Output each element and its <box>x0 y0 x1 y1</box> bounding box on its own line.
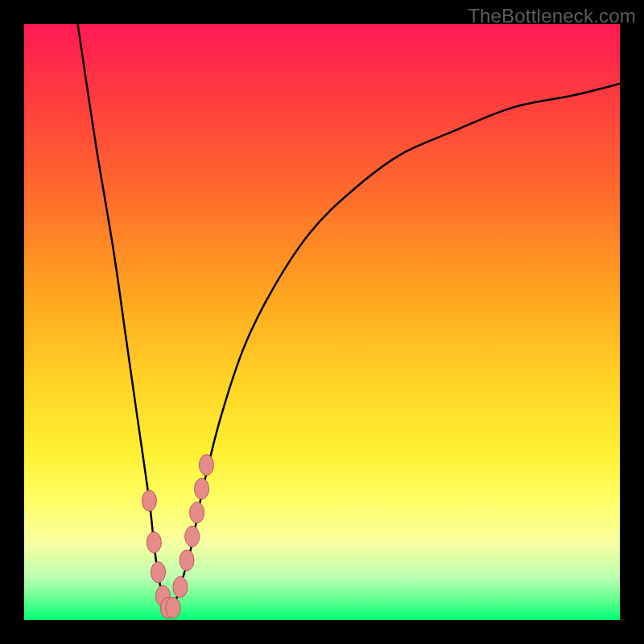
plot-area <box>24 24 620 620</box>
curve-marker <box>173 576 188 597</box>
marker-group <box>142 455 213 619</box>
watermark-text: TheBottleneck.com <box>468 5 636 27</box>
curve-marker <box>180 550 194 571</box>
curve-marker <box>195 478 209 499</box>
curve-marker <box>151 562 166 583</box>
bottleneck-curve <box>78 24 620 610</box>
chart-svg <box>24 24 620 620</box>
curve-marker <box>190 502 204 523</box>
curve-marker <box>199 455 213 476</box>
curve-marker <box>142 490 156 511</box>
curve-marker <box>147 532 161 553</box>
curve-marker <box>166 597 180 618</box>
chart-frame: TheBottleneck.com <box>0 0 644 644</box>
curve-marker <box>185 526 200 547</box>
